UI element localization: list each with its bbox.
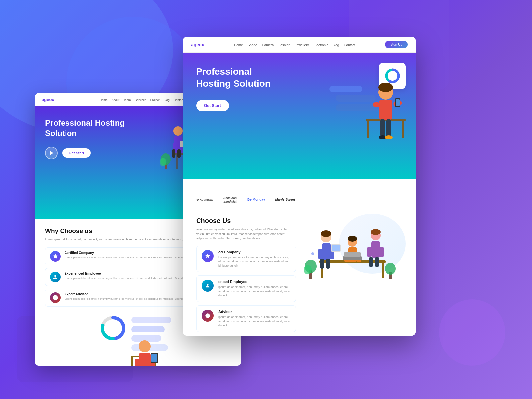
svg-rect-91	[369, 257, 373, 267]
front-nav-jewellery[interactable]: Jewellery	[295, 43, 309, 47]
svg-rect-43	[139, 353, 151, 366]
svg-rect-61	[380, 119, 385, 137]
back-nav-services[interactable]: Services	[135, 98, 146, 102]
front-navbar: ageox Home Shope Camera Fashion Jeweller…	[183, 37, 416, 53]
svg-rect-54	[367, 121, 369, 138]
brand-delicious: DeliciousSandwich	[223, 196, 237, 203]
front-team-svg	[303, 217, 402, 290]
front-features-col: Choose Us amet, nonummy nullam eget eros…	[196, 217, 296, 335]
mockups-container: ageox Home About Team Services Project B…	[0, 0, 532, 399]
front-nav-contact[interactable]: Contact	[344, 43, 355, 47]
front-white-section: ⊙ RudhiSas DeliciousSandwich Be Monday M…	[183, 179, 416, 336]
svg-rect-90	[379, 247, 384, 257]
play-icon	[50, 151, 53, 155]
svg-rect-59	[373, 102, 380, 107]
svg-rect-88	[371, 241, 380, 258]
svg-rect-44	[135, 359, 139, 366]
front-signup-button[interactable]: Sign Up	[385, 41, 408, 48]
front-content-row: Choose Us amet, nonummy nullam eget eros…	[196, 217, 402, 335]
brand-manis: Manis Sweet	[275, 198, 295, 201]
svg-rect-49	[151, 354, 157, 362]
front-hero-title: Professional Hosting Solution	[196, 66, 289, 90]
svg-rect-39	[131, 356, 133, 366]
employee-icon	[50, 272, 61, 282]
svg-point-71	[321, 230, 331, 237]
front-advisor-text: Advisor ipsum dolor sit amet, nonummy nu…	[218, 310, 290, 328]
brand-rudhisas: ⊙ RudhiSas	[196, 198, 213, 201]
svg-point-28	[160, 158, 166, 166]
front-certified-icon	[202, 250, 214, 262]
back-logo: ageox	[42, 97, 54, 102]
front-mockup: ageox Home Shope Camera Fashion Jeweller…	[183, 37, 416, 336]
svg-rect-72	[322, 243, 331, 260]
front-feature-employee: enced Employee ipsum dolor sit amet, non…	[196, 275, 296, 302]
svg-rect-62	[386, 119, 391, 137]
front-person-svg	[346, 72, 412, 149]
svg-rect-58	[379, 100, 392, 120]
svg-point-87	[371, 229, 381, 235]
front-nav-camera[interactable]: Camera	[262, 43, 274, 47]
svg-point-3	[173, 126, 183, 136]
svg-point-57	[378, 83, 393, 92]
back-person-svg	[85, 310, 191, 366]
svg-point-80	[348, 236, 357, 242]
back-nav-home[interactable]: Home	[100, 98, 108, 102]
svg-point-97	[385, 263, 396, 275]
front-why-title: Choose Us	[196, 217, 296, 225]
svg-rect-75	[320, 259, 324, 269]
back-nav-links: Home About Team Services Project Blog Co…	[100, 96, 184, 102]
svg-point-98	[311, 252, 314, 255]
svg-point-95	[304, 265, 312, 274]
front-company-text: od Company Lorem ipsum dolor sit amet, n…	[218, 250, 290, 268]
svg-rect-69	[382, 263, 384, 278]
svg-rect-66	[396, 99, 400, 106]
back-hero-title: Professional Hosting Solution	[45, 118, 128, 138]
front-nav-shope[interactable]: Shope	[248, 43, 257, 47]
front-get-start-button[interactable]: Get Start	[196, 100, 229, 111]
svg-rect-7	[172, 149, 175, 158]
front-illustration-col	[303, 217, 402, 335]
svg-rect-76	[326, 259, 330, 269]
svg-rect-92	[375, 257, 379, 267]
svg-point-64	[385, 135, 393, 139]
front-nav-electronic[interactable]: Electronic	[313, 43, 328, 47]
front-feature-company: od Company Lorem ipsum dolor sit amet, n…	[196, 246, 296, 272]
back-get-start-button[interactable]: Get Start	[62, 148, 91, 158]
front-advisor-icon	[202, 310, 214, 322]
front-hero-person	[346, 72, 412, 149]
back-nav-blog[interactable]: Blog	[164, 98, 170, 102]
front-employee-icon	[202, 280, 214, 292]
back-nav-about[interactable]: About	[112, 98, 120, 102]
front-nav-home[interactable]: Home	[234, 43, 243, 47]
back-nav-team[interactable]: Team	[123, 98, 131, 102]
certified-icon	[50, 251, 61, 262]
svg-rect-55	[402, 121, 404, 138]
front-logo: ageox	[191, 42, 204, 47]
front-feature-advisor: Advisor ipsum dolor sit amet, nonummy nu…	[196, 305, 296, 332]
front-why-desc: amet, nonummy nullam eget eros rhoncus, …	[196, 227, 296, 241]
back-nav-project[interactable]: Project	[150, 98, 160, 102]
svg-rect-84	[343, 256, 362, 260]
brand-monday: Be Monday	[247, 198, 265, 201]
svg-rect-35	[131, 317, 171, 323]
front-nav-blog[interactable]: Blog	[332, 43, 339, 47]
back-play-button[interactable]	[45, 147, 58, 159]
front-hero: Professional Hosting Solution Get Start	[183, 53, 416, 179]
front-brands: ⊙ RudhiSas DeliciousSandwich Be Monday M…	[196, 189, 402, 210]
back-nav-contact[interactable]: Contact	[174, 98, 184, 102]
advisor-icon	[50, 292, 61, 303]
svg-rect-73	[318, 249, 323, 259]
svg-rect-78	[332, 245, 340, 251]
svg-rect-36	[131, 326, 165, 332]
front-employee-text: enced Employee ipsum dolor sit amet, non…	[218, 280, 290, 298]
front-nav-fashion[interactable]: Fashion	[278, 43, 290, 47]
svg-rect-89	[367, 247, 372, 257]
svg-rect-8	[177, 149, 181, 158]
front-nav-links: Home Shope Camera Fashion Jewellery Elec…	[234, 42, 355, 48]
svg-point-42	[139, 340, 151, 352]
svg-rect-85	[344, 252, 361, 257]
